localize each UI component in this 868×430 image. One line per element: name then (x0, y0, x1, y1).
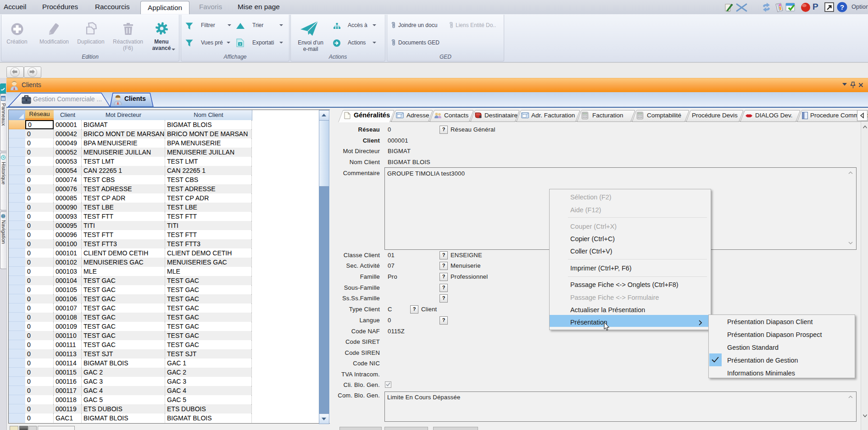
svg-text:X: X (239, 43, 241, 46)
svg-text:?: ? (840, 3, 844, 11)
